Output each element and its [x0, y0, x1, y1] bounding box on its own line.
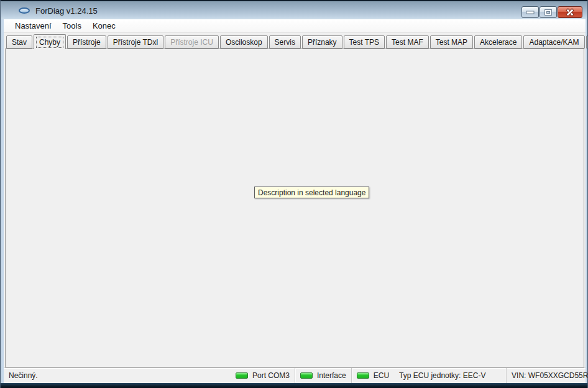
vin-text: VIN: WF05XXGCD55R29651	[512, 371, 588, 380]
tab-special[interactable]: Speciál	[586, 35, 588, 48]
app-logo-icon	[19, 7, 30, 14]
indicator-label: ECU	[374, 371, 389, 380]
maximize-icon	[545, 10, 551, 15]
tab-pristroje-icu[interactable]: Přístroje ICU	[165, 35, 219, 48]
tab-osciloskop[interactable]: Osciloskop	[220, 35, 268, 48]
menu-item-tools[interactable]: Tools	[57, 20, 87, 32]
menu-item-konec[interactable]: Konec	[87, 20, 121, 32]
tab-servis[interactable]: Servis	[269, 35, 301, 48]
title-bar: ForDiag v1.24.15	[1, 1, 588, 19]
minimize-icon	[527, 11, 534, 13]
status-ecu-type: Typ ECU jednotky: EEC-V	[394, 368, 506, 383]
close-button[interactable]	[558, 6, 582, 18]
window-controls	[521, 6, 582, 18]
tab-strip: StavChybyPřístrojePřístroje TDxlPřístroj…	[6, 34, 588, 49]
minimize-button[interactable]	[521, 6, 539, 18]
app-window: ForDiag v1.24.15 NastaveníToolsKonec Sta…	[0, 0, 588, 388]
status-indicator-ecu: ECU	[351, 368, 394, 383]
menu-item-nastaveni[interactable]: Nastavení	[9, 20, 57, 32]
menu-bar: NastaveníToolsKonec	[4, 19, 586, 33]
status-vin: VIN: WF05XXGCD55R29651	[506, 368, 588, 383]
window-frame-bottom	[1, 383, 587, 388]
window-title: ForDiag v1.24.15	[35, 6, 98, 16]
tab-test-maf[interactable]: Test MAF	[386, 35, 429, 48]
indicator-label: Port COM3	[252, 371, 290, 380]
tab-test-map[interactable]: Test MAP	[430, 35, 473, 48]
tab-page-chyby	[5, 48, 584, 367]
status-state: Nečinný.	[4, 368, 231, 383]
tab-test-tps[interactable]: Test TPS	[344, 35, 385, 48]
tab-adaptace-kam[interactable]: Adaptace/KAM	[523, 35, 584, 48]
tooltip: Description in selected language	[254, 187, 369, 198]
indicator-label: Interface	[317, 371, 346, 380]
tab-pristroje[interactable]: Přístroje	[67, 35, 106, 48]
tab-chyby[interactable]: Chyby	[34, 34, 66, 49]
status-indicator-port-com3: Port COM3	[231, 368, 295, 383]
tab-pristroje-tdxl[interactable]: Přístroje TDxl	[108, 35, 163, 48]
tab-stav[interactable]: Stav	[6, 35, 32, 48]
green-led-icon	[357, 372, 369, 379]
status-indicator-interface: Interface	[295, 368, 351, 383]
close-icon	[558, 7, 582, 17]
tab-priznaky[interactable]: Příznaky	[302, 35, 342, 48]
status-indicators: Port COM3 Interface ECU	[231, 368, 394, 383]
tab-akcelerace[interactable]: Akcelerace	[474, 35, 522, 48]
green-led-icon	[300, 372, 313, 379]
maximize-button[interactable]	[540, 6, 557, 18]
green-led-icon	[236, 372, 248, 379]
status-bar: Nečinný. Port COM3 Interface ECU Typ ECU…	[4, 367, 586, 383]
